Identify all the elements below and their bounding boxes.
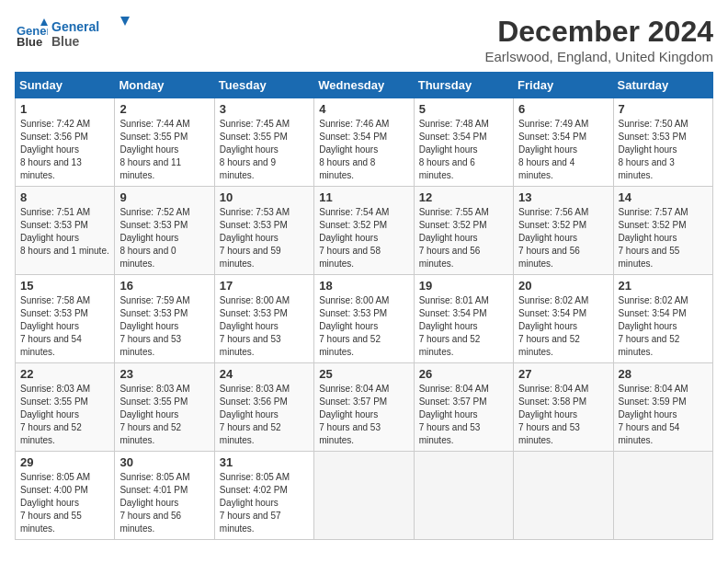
day-number: 31 — [220, 455, 309, 469]
day-cell: 30 Sunrise: 8:05 AM Sunset: 4:01 PM Dayl… — [115, 452, 214, 540]
day-cell — [314, 452, 414, 540]
header-row: SundayMondayTuesdayWednesdayThursdayFrid… — [16, 73, 713, 98]
cell-info: Sunrise: 7:53 AM Sunset: 3:53 PM Dayligh… — [220, 206, 309, 270]
day-number: 4 — [319, 102, 408, 116]
cell-info: Sunrise: 8:02 AM Sunset: 3:54 PM Dayligh… — [518, 294, 608, 359]
day-number: 9 — [119, 190, 209, 204]
day-cell: 9 Sunrise: 7:52 AM Sunset: 3:53 PM Dayli… — [115, 187, 214, 275]
day-cell: 6 Sunrise: 7:49 AM Sunset: 3:54 PM Dayli… — [514, 98, 613, 187]
day-cell: 12 Sunrise: 7:55 AM Sunset: 3:52 PM Dayl… — [414, 187, 513, 275]
day-cell: 3 Sunrise: 7:45 AM Sunset: 3:55 PM Dayli… — [214, 98, 313, 187]
cell-info: Sunrise: 7:59 AM Sunset: 3:53 PM Dayligh… — [119, 294, 209, 359]
month-title: December 2024 — [485, 15, 713, 49]
day-cell: 25 Sunrise: 8:04 AM Sunset: 3:57 PM Dayl… — [314, 363, 414, 452]
day-number: 15 — [20, 279, 109, 293]
svg-marker-5 — [120, 17, 130, 26]
day-number: 8 — [20, 190, 109, 204]
day-cell: 1 Sunrise: 7:42 AM Sunset: 3:56 PM Dayli… — [16, 98, 115, 187]
day-cell: 31 Sunrise: 8:05 AM Sunset: 4:02 PM Dayl… — [214, 452, 313, 540]
day-cell: 27 Sunrise: 8:04 AM Sunset: 3:58 PM Dayl… — [514, 363, 613, 452]
day-cell: 7 Sunrise: 7:50 AM Sunset: 3:53 PM Dayli… — [613, 98, 712, 187]
day-number: 13 — [518, 190, 608, 204]
day-number: 27 — [518, 367, 608, 381]
col-header-saturday: Saturday — [613, 73, 712, 98]
logo-icon: General Blue — [15, 18, 48, 52]
day-number: 29 — [20, 455, 109, 469]
cell-info: Sunrise: 7:54 AM Sunset: 3:52 PM Dayligh… — [319, 206, 408, 270]
cell-info: Sunrise: 8:00 AM Sunset: 3:53 PM Dayligh… — [220, 294, 309, 359]
col-header-thursday: Thursday — [414, 73, 513, 98]
cell-info: Sunrise: 7:42 AM Sunset: 3:56 PM Dayligh… — [20, 118, 109, 182]
cell-info: Sunrise: 8:05 AM Sunset: 4:02 PM Dayligh… — [220, 471, 309, 535]
day-cell: 16 Sunrise: 7:59 AM Sunset: 3:53 PM Dayl… — [115, 275, 214, 363]
cell-info: Sunrise: 7:56 AM Sunset: 3:52 PM Dayligh… — [518, 206, 608, 270]
cell-info: Sunrise: 7:51 AM Sunset: 3:53 PM Dayligh… — [20, 206, 109, 258]
day-cell: 15 Sunrise: 7:58 AM Sunset: 3:53 PM Dayl… — [16, 275, 115, 363]
day-cell: 22 Sunrise: 8:03 AM Sunset: 3:55 PM Dayl… — [16, 363, 115, 452]
day-cell: 4 Sunrise: 7:46 AM Sunset: 3:54 PM Dayli… — [314, 98, 414, 187]
col-header-friday: Friday — [514, 73, 613, 98]
cell-info: Sunrise: 8:03 AM Sunset: 3:55 PM Dayligh… — [20, 383, 109, 447]
day-number: 21 — [619, 279, 708, 293]
cell-info: Sunrise: 8:04 AM Sunset: 3:57 PM Dayligh… — [419, 383, 508, 447]
day-cell: 29 Sunrise: 8:05 AM Sunset: 4:00 PM Dayl… — [16, 452, 115, 540]
day-number: 6 — [518, 102, 608, 116]
day-cell: 24 Sunrise: 8:03 AM Sunset: 3:56 PM Dayl… — [214, 363, 313, 452]
day-number: 17 — [220, 279, 309, 293]
cell-info: Sunrise: 8:04 AM Sunset: 3:58 PM Dayligh… — [518, 383, 608, 447]
day-number: 5 — [419, 102, 508, 116]
week-row-4: 22 Sunrise: 8:03 AM Sunset: 3:55 PM Dayl… — [16, 363, 713, 452]
cell-info: Sunrise: 7:55 AM Sunset: 3:52 PM Dayligh… — [419, 206, 508, 270]
day-cell: 20 Sunrise: 8:02 AM Sunset: 3:54 PM Dayl… — [514, 275, 613, 363]
logo: General Blue General Blue — [15, 15, 134, 55]
day-cell: 17 Sunrise: 8:00 AM Sunset: 3:53 PM Dayl… — [214, 275, 313, 363]
day-number: 1 — [20, 102, 109, 116]
cell-info: Sunrise: 7:44 AM Sunset: 3:55 PM Dayligh… — [119, 118, 209, 182]
day-cell: 5 Sunrise: 7:48 AM Sunset: 3:54 PM Dayli… — [414, 98, 513, 187]
cell-info: Sunrise: 7:52 AM Sunset: 3:53 PM Dayligh… — [119, 206, 209, 270]
day-number: 22 — [20, 367, 109, 381]
day-number: 19 — [419, 279, 508, 293]
cell-info: Sunrise: 8:05 AM Sunset: 4:01 PM Dayligh… — [119, 471, 209, 535]
week-row-5: 29 Sunrise: 8:05 AM Sunset: 4:00 PM Dayl… — [16, 452, 713, 540]
calendar-table: SundayMondayTuesdayWednesdayThursdayFrid… — [15, 72, 713, 540]
day-cell — [514, 452, 613, 540]
cell-info: Sunrise: 7:57 AM Sunset: 3:52 PM Dayligh… — [619, 206, 708, 270]
day-cell: 23 Sunrise: 8:03 AM Sunset: 3:55 PM Dayl… — [115, 363, 214, 452]
col-header-sunday: Sunday — [16, 73, 115, 98]
week-row-1: 1 Sunrise: 7:42 AM Sunset: 3:56 PM Dayli… — [16, 98, 713, 187]
day-number: 7 — [619, 102, 708, 116]
day-number: 30 — [119, 455, 209, 469]
page-header: General Blue General Blue December 2024 … — [15, 15, 713, 64]
day-cell: 11 Sunrise: 7:54 AM Sunset: 3:52 PM Dayl… — [314, 187, 414, 275]
day-number: 14 — [619, 190, 708, 204]
day-number: 23 — [119, 367, 209, 381]
day-cell: 19 Sunrise: 8:01 AM Sunset: 3:54 PM Dayl… — [414, 275, 513, 363]
day-cell: 21 Sunrise: 8:02 AM Sunset: 3:54 PM Dayl… — [613, 275, 712, 363]
day-number: 2 — [119, 102, 209, 116]
cell-info: Sunrise: 8:01 AM Sunset: 3:54 PM Dayligh… — [419, 294, 508, 359]
day-number: 12 — [419, 190, 508, 204]
day-cell: 18 Sunrise: 8:00 AM Sunset: 3:53 PM Dayl… — [314, 275, 414, 363]
day-number: 16 — [119, 279, 209, 293]
day-number: 28 — [619, 367, 708, 381]
day-cell: 8 Sunrise: 7:51 AM Sunset: 3:53 PM Dayli… — [16, 187, 115, 275]
day-number: 10 — [220, 190, 309, 204]
svg-text:Blue: Blue — [17, 35, 42, 49]
svg-text:General: General — [51, 19, 99, 34]
day-number: 26 — [419, 367, 508, 381]
cell-info: Sunrise: 7:49 AM Sunset: 3:54 PM Dayligh… — [518, 118, 608, 182]
location-subtitle: Earlswood, England, United Kingdom — [485, 49, 713, 64]
cell-info: Sunrise: 8:03 AM Sunset: 3:55 PM Dayligh… — [119, 383, 209, 447]
day-number: 3 — [220, 102, 309, 116]
day-cell — [414, 452, 513, 540]
day-number: 24 — [220, 367, 309, 381]
day-number: 11 — [319, 190, 408, 204]
cell-info: Sunrise: 8:02 AM Sunset: 3:54 PM Dayligh… — [619, 294, 708, 359]
cell-info: Sunrise: 8:04 AM Sunset: 3:57 PM Dayligh… — [319, 383, 408, 447]
week-row-2: 8 Sunrise: 7:51 AM Sunset: 3:53 PM Dayli… — [16, 187, 713, 275]
title-area: December 2024 Earlswood, England, United… — [485, 15, 713, 64]
day-cell: 2 Sunrise: 7:44 AM Sunset: 3:55 PM Dayli… — [115, 98, 214, 187]
day-cell: 14 Sunrise: 7:57 AM Sunset: 3:52 PM Dayl… — [613, 187, 712, 275]
svg-text:Blue: Blue — [51, 34, 80, 49]
